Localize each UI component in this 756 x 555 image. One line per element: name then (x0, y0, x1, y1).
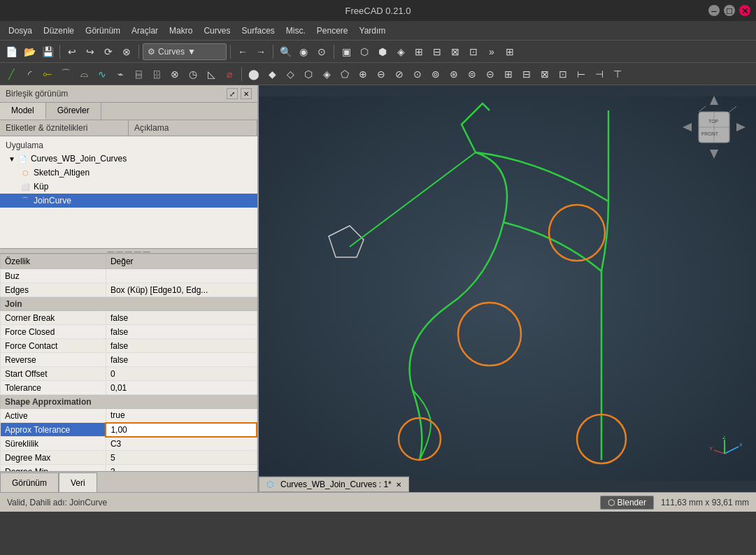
tb-refresh[interactable]: ⟳ (100, 43, 117, 60)
tb-c7[interactable]: ⌁ (112, 66, 129, 82)
minimize-button[interactable]: – (708, 5, 720, 16)
menu-surfaces[interactable]: Surfaces (236, 24, 280, 38)
prop-val-approx[interactable]: 1,00 (106, 423, 257, 437)
tb-nav2[interactable]: → (252, 43, 269, 60)
tb-c8[interactable]: ⌸ (130, 66, 147, 82)
table-row[interactable]: Start Offset 0 (1, 367, 257, 381)
maximize-button[interactable]: □ (724, 5, 735, 16)
tb-s13[interactable]: ⊜ (464, 66, 480, 82)
tb-s19[interactable]: ⊢ (573, 66, 590, 82)
panel-close[interactable]: ✕ (241, 88, 252, 99)
table-row[interactable]: Tolerance 0,01 (1, 381, 257, 395)
tree-item-joincurve[interactable]: ⌒ JoinCurve (0, 194, 257, 208)
tree-item-sketch[interactable]: ⬡ Sketch_Altigen (0, 166, 257, 180)
table-row[interactable]: Degree Min 3 (1, 465, 257, 472)
table-row[interactable]: Force Closed false (1, 325, 257, 339)
tb-redo[interactable]: ↪ (82, 43, 99, 60)
tb-stop[interactable]: ⊗ (118, 43, 135, 60)
workbench-selector[interactable]: ⚙ Curves ▼ (143, 43, 227, 60)
table-row[interactable]: Süreklilik C3 (1, 437, 257, 451)
bottom-tab-gorunum[interactable]: Görünüm (0, 473, 59, 492)
tb-view1[interactable]: ▣ (338, 43, 355, 60)
tb-new[interactable]: 📄 (3, 43, 20, 60)
tb-c9[interactable]: ⌹ (148, 66, 165, 82)
tb-s21[interactable]: ⊤ (609, 66, 626, 82)
tb-view7[interactable]: ⊠ (447, 43, 464, 60)
close-button[interactable]: ✕ (739, 5, 750, 16)
tb-s17[interactable]: ⊠ (536, 66, 553, 82)
tb-s8[interactable]: ⊖ (373, 66, 390, 82)
tb-c1[interactable]: ╱ (3, 66, 20, 82)
menu-araclar[interactable]: Araçlar (126, 24, 164, 38)
table-row[interactable]: Edges Box (Küp) [Edge10, Edg... (1, 283, 257, 297)
table-row[interactable]: Active true (1, 409, 257, 423)
vp-tab-close[interactable]: ✕ (396, 481, 401, 489)
menu-duzenle[interactable]: Düzenle (38, 24, 80, 38)
tb-save[interactable]: 💾 (39, 43, 56, 60)
menu-makro[interactable]: Makro (164, 24, 198, 38)
tb-view5[interactable]: ⊞ (411, 43, 427, 60)
table-row[interactable]: Force Contact false (1, 339, 257, 353)
tb-s1[interactable]: ⬤ (245, 66, 262, 82)
tb-open[interactable]: 📂 (21, 43, 38, 60)
tree-item-kup[interactable]: ⬜ Küp (0, 180, 257, 194)
tb-s9[interactable]: ⊘ (391, 66, 408, 82)
tb-view4[interactable]: ◈ (392, 43, 409, 60)
tb-nav1[interactable]: ← (234, 43, 251, 60)
table-row-approx-tolerance[interactable]: Approx Tolerance 1,00 (1, 423, 257, 437)
tb-s2[interactable]: ◆ (264, 66, 280, 82)
tb-v2[interactable]: ◉ (295, 43, 312, 60)
tb-c3[interactable]: ⟜ (39, 66, 56, 82)
menu-misc[interactable]: Misc. (280, 24, 311, 38)
tb-s5[interactable]: ◈ (318, 66, 335, 82)
tb-c10[interactable]: ⊗ (166, 66, 183, 82)
blender-button[interactable]: ⬡ Blender (600, 496, 654, 510)
panel-expand[interactable]: ⤢ (227, 88, 238, 99)
tab-gorevler[interactable]: Görevler (46, 103, 101, 120)
table-row[interactable]: Degree Max 5 (1, 451, 257, 465)
tb-s12[interactable]: ⊛ (445, 66, 462, 82)
bottom-tab-veri[interactable]: Veri (59, 473, 97, 492)
tb-s4[interactable]: ⬡ (300, 66, 317, 82)
tb-view3[interactable]: ⬢ (374, 43, 391, 60)
tb-s11[interactable]: ⊚ (427, 66, 444, 82)
table-row[interactable]: Corner Break false (1, 311, 257, 325)
menu-yardim[interactable]: Yardım (354, 24, 392, 38)
menu-pencere[interactable]: Pencere (311, 24, 354, 38)
tb-s6[interactable]: ⬠ (336, 66, 353, 82)
tb-view6[interactable]: ⊟ (429, 43, 445, 60)
tab-model[interactable]: Model (0, 103, 46, 120)
tb-more[interactable]: » (483, 43, 500, 60)
tb-last[interactable]: ⊞ (501, 43, 518, 60)
tb-c11[interactable]: ◷ (185, 66, 201, 82)
panel-divider[interactable]: — — — — — (0, 248, 257, 254)
table-row[interactable]: Buz (1, 269, 257, 283)
tb-s20[interactable]: ⊣ (591, 66, 608, 82)
tb-c2[interactable]: ◜ (21, 66, 38, 82)
tb-c6[interactable]: ∿ (94, 66, 110, 82)
tb-s10[interactable]: ⊙ (409, 66, 426, 82)
tb-s16[interactable]: ⊟ (518, 66, 535, 82)
tb-c5[interactable]: ⌓ (76, 66, 92, 82)
viewport-tab[interactable]: ⬡ Curves_WB_Join_Curves : 1* ✕ (259, 477, 409, 492)
nav-cube[interactable]: TOP FRONT (679, 92, 749, 162)
tb-s15[interactable]: ⊞ (500, 66, 517, 82)
table-row[interactable]: Reverse false (1, 353, 257, 367)
menu-dosya[interactable]: Dosya (3, 24, 38, 38)
tb-s14[interactable]: ⊝ (482, 66, 499, 82)
menu-gorunum[interactable]: Görünüm (80, 24, 126, 38)
tb-undo[interactable]: ↩ (64, 43, 80, 60)
tb-s3[interactable]: ◇ (282, 66, 299, 82)
tb-view2[interactable]: ⬡ (356, 43, 373, 60)
tb-v3[interactable]: ⊙ (313, 43, 330, 60)
menu-curves[interactable]: Curves (198, 24, 236, 38)
tb-v1[interactable]: 🔍 (277, 43, 294, 60)
tb-s7[interactable]: ⊕ (355, 66, 371, 82)
tb-c13[interactable]: ⌀ (221, 66, 238, 82)
tb-s18[interactable]: ⊡ (555, 66, 571, 82)
tb-c4[interactable]: ⌒ (57, 66, 74, 82)
prop-key: Degree Min (1, 465, 106, 472)
tb-view8[interactable]: ⊡ (465, 43, 482, 60)
tree-item-curvesproject[interactable]: ▼ 📄 Curves_WB_Join_Curves (0, 152, 257, 166)
tb-c12[interactable]: ◺ (203, 66, 220, 82)
